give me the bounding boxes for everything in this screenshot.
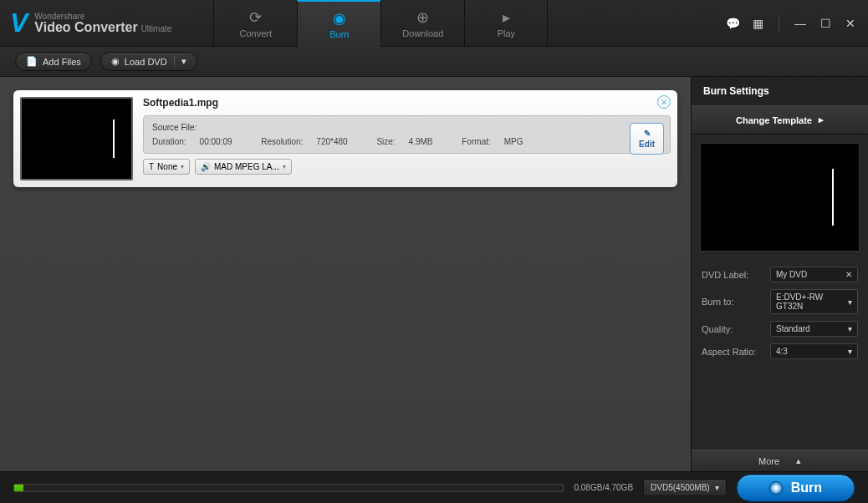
chevron-down-icon[interactable]: ▾ (174, 56, 186, 67)
window-controls: 💬 ▦ — ☐ ✕ (725, 15, 858, 32)
media-filename: Softpedia1.mpg (143, 97, 671, 109)
content-pane: Softpedia1.mpg Source File: Duration:00:… (0, 77, 691, 471)
disc-small-icon: ◉ (111, 56, 120, 67)
separator (779, 15, 779, 32)
chevron-down-icon: ▾ (848, 297, 852, 307)
video-thumbnail[interactable] (20, 97, 133, 180)
tab-burn[interactable]: ◉ Burn (297, 0, 380, 47)
quality-value: Standard (776, 324, 810, 333)
product-label: Video Converter (34, 21, 137, 34)
subtitle-value: None (157, 162, 177, 171)
pencil-icon: ✎ (644, 129, 651, 138)
size-value: 4.9MB (409, 137, 433, 146)
quality-label: Quality: (702, 324, 765, 334)
disc-icon: ◉ (333, 9, 346, 28)
audio-value: MAD MPEG LA... (214, 162, 279, 171)
disc-type-dropdown[interactable]: DVD5(4500MB) ▾ (643, 479, 727, 496)
chevron-down-icon: ▾ (715, 483, 719, 492)
tab-play[interactable]: ▸ Play (464, 0, 548, 47)
more-button[interactable]: More ▴ (692, 450, 868, 471)
disc-icon (769, 481, 783, 495)
disc-space-progress (13, 484, 564, 492)
burn-to-value: E:DVD+-RW GT32N (776, 292, 848, 311)
aspect-ratio-dropdown[interactable]: 4:3 ▾ (770, 343, 858, 359)
chevron-down-icon: ▾ (283, 163, 286, 170)
logo-icon: V (10, 8, 28, 38)
burn-settings-sidebar: Burn Settings Change Template ▸ DVD Labe… (691, 77, 868, 471)
duration-value: 00:00:09 (200, 137, 232, 146)
add-file-icon: 📄 (26, 56, 38, 67)
tab-convert[interactable]: ⟳ Convert (213, 0, 297, 47)
feedback-icon[interactable]: 💬 (725, 17, 740, 30)
burn-button-label: Burn (791, 480, 822, 495)
dvd-label-value: My DVD (776, 270, 807, 279)
source-file-label: Source File: (152, 123, 661, 132)
clear-icon[interactable]: ✕ (845, 270, 852, 279)
dvd-label-label: DVD Label: (702, 270, 765, 280)
close-button[interactable]: ✕ (843, 17, 858, 30)
speaker-icon: 🔊 (201, 162, 211, 171)
chevron-down-icon: ▾ (848, 347, 852, 356)
main-area: Softpedia1.mpg Source File: Duration:00:… (0, 77, 868, 471)
more-label: More (758, 456, 779, 466)
resolution-label: Resolution: (261, 137, 303, 146)
tab-convert-label: Convert (240, 28, 273, 38)
burn-button[interactable]: Burn (737, 475, 855, 501)
chevron-right-icon: ▸ (819, 114, 824, 125)
aspect-ratio-value: 4:3 (776, 347, 788, 356)
burn-to-label: Burn to: (702, 297, 765, 307)
sidebar-title: Burn Settings (692, 77, 868, 105)
media-item: Softpedia1.mpg Source File: Duration:00:… (13, 90, 677, 187)
burn-to-dropdown[interactable]: E:DVD+-RW GT32N ▾ (770, 289, 858, 314)
add-files-label: Add Files (43, 57, 81, 67)
minimize-button[interactable]: — (793, 17, 808, 30)
add-files-button[interactable]: 📄 Add Files (15, 52, 92, 71)
chevron-up-icon: ▴ (796, 455, 801, 466)
edit-button[interactable]: ✎ Edit (630, 123, 664, 155)
chevron-down-icon: ▾ (181, 163, 184, 170)
dvd-label-input[interactable]: My DVD ✕ (770, 267, 858, 282)
template-preview[interactable] (700, 143, 860, 252)
settings-list: DVD Label: My DVD ✕ Burn to: E:DVD+-RW G… (692, 260, 868, 366)
tab-burn-label: Burn (329, 29, 349, 39)
tab-play-label: Play (498, 28, 515, 38)
progress-fill (14, 485, 23, 491)
edition-label: Ultimate (141, 25, 172, 33)
toolbar: 📄 Add Files ◉ Load DVD ▾ (0, 47, 868, 77)
company-label: Wondershare (34, 13, 171, 21)
change-template-button[interactable]: Change Template ▸ (692, 105, 868, 135)
aspect-ratio-label: Aspect Ratio: (702, 347, 765, 357)
format-value: MPG (504, 137, 523, 146)
app-logo: V Wondershare Video Converter Ultimate (10, 8, 171, 38)
preview-marker (832, 169, 834, 226)
change-template-label: Change Template (736, 115, 812, 125)
tab-download[interactable]: ⊕ Download (380, 0, 464, 47)
play-icon: ▸ (503, 8, 510, 27)
media-info-panel: Source File: Duration:00:00:09 Resolutio… (143, 115, 671, 154)
chevron-down-icon: ▾ (848, 324, 852, 333)
tab-download-label: Download (402, 28, 443, 38)
audio-dropdown[interactable]: 🔊 MAD MPEG LA... ▾ (195, 159, 292, 175)
maximize-button[interactable]: ☐ (818, 17, 833, 30)
edit-label: Edit (639, 140, 655, 149)
size-label: Size: (376, 137, 395, 146)
remove-item-button[interactable]: ✕ (657, 95, 671, 109)
refresh-icon: ⟳ (249, 8, 262, 27)
footer-bar: 0.08GB/4.70GB DVD5(4500MB) ▾ Burn (0, 471, 868, 503)
titlebar: V Wondershare Video Converter Ultimate ⟳… (0, 0, 868, 47)
resolution-value: 720*480 (316, 137, 347, 146)
format-label: Format: (462, 137, 490, 146)
disc-type-value: DVD5(4500MB) (651, 483, 710, 492)
quality-dropdown[interactable]: Standard ▾ (770, 321, 858, 337)
duration-label: Duration: (152, 137, 186, 146)
text-icon: T (149, 162, 154, 171)
thumbnail-marker (113, 119, 115, 158)
menu-icon[interactable]: ▦ (750, 17, 765, 30)
main-tabs: ⟳ Convert ◉ Burn ⊕ Download ▸ Play (213, 0, 548, 47)
subtitle-dropdown[interactable]: T None ▾ (143, 159, 190, 175)
download-icon: ⊕ (416, 8, 429, 27)
load-dvd-label: Load DVD (125, 57, 167, 67)
load-dvd-button[interactable]: ◉ Load DVD ▾ (100, 52, 197, 71)
disc-usage-text: 0.08GB/4.70GB (574, 483, 633, 492)
